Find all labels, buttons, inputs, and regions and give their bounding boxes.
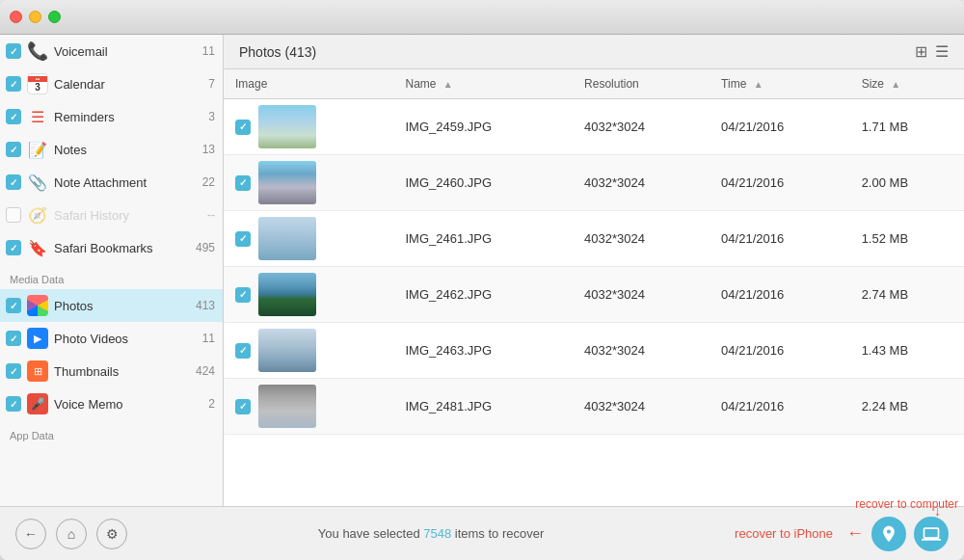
list-view-toggle[interactable]: ☰: [935, 42, 949, 61]
table-row[interactable]: IMG_2481.JPG 4032*3024 04/21/2016 2.24 M…: [224, 379, 964, 435]
image-cell: [224, 155, 393, 211]
footer-status: You have selected 7548 items to recover: [127, 526, 735, 541]
size-cell: 1.43 MB: [850, 323, 964, 379]
titlebar: [0, 0, 964, 35]
row-checkbox[interactable]: [235, 120, 251, 135]
content-title: Photos (413): [239, 44, 316, 60]
notes-checkbox[interactable]: [6, 142, 21, 157]
row-checkbox[interactable]: [235, 343, 251, 359]
row-checkbox[interactable]: [235, 399, 251, 414]
recover-iphone-label[interactable]: recover to iPhone: [735, 526, 833, 541]
table-row[interactable]: IMG_2459.JPG 4032*3024 04/21/2016 1.71 M…: [224, 99, 964, 155]
back-button[interactable]: ←: [15, 519, 46, 549]
reminders-icon: ☰: [27, 106, 48, 127]
image-cell: [224, 323, 393, 379]
home-button[interactable]: ⌂: [56, 519, 87, 549]
main-window: 📞 Voicemail 11 ▪▪ 3 Calendar 7 ☰ Reminde…: [0, 0, 964, 560]
grid-view-toggle[interactable]: ⊞: [915, 42, 927, 61]
sidebar-item-label: Notes: [54, 143, 202, 157]
calendar-checkbox[interactable]: [6, 76, 21, 92]
time-cell: 04/21/2016: [710, 323, 850, 379]
calendar-icon: ▪▪ 3: [27, 73, 48, 94]
minimize-button[interactable]: [29, 11, 41, 23]
table-row[interactable]: IMG_2463.JPG 4032*3024 04/21/2016 1.43 M…: [224, 323, 964, 379]
status-text-prefix: You have selected: [318, 526, 423, 541]
recover-computer-container: recover to computer ↓: [914, 517, 949, 551]
close-button[interactable]: [10, 11, 22, 23]
sidebar-item-count: 3: [208, 110, 215, 123]
sidebar-item-voicememo[interactable]: 🎤 Voice Memo 2: [0, 387, 223, 420]
thumbnails-icon: ⊞: [27, 360, 48, 382]
sidebar-item-label: Safari Bookmarks: [54, 241, 196, 255]
size-cell: 1.71 MB: [850, 99, 964, 155]
voicememo-checkbox[interactable]: [6, 396, 21, 412]
time-cell: 04/21/2016: [710, 267, 850, 323]
sidebar-item-count: 495: [196, 241, 215, 254]
main-content: 📞 Voicemail 11 ▪▪ 3 Calendar 7 ☰ Reminde…: [0, 35, 964, 506]
image-cell: [224, 211, 393, 267]
sidebar: 📞 Voicemail 11 ▪▪ 3 Calendar 7 ☰ Reminde…: [0, 35, 224, 506]
selected-count: 7548: [423, 526, 451, 541]
sidebar-item-safarihistory[interactable]: 🧭 Safari History --: [0, 199, 223, 231]
photos-icon: [27, 295, 48, 316]
noteattachment-checkbox[interactable]: [6, 174, 21, 190]
resolution-cell: 4032*3024: [573, 323, 710, 379]
photos-checkbox[interactable]: [6, 298, 21, 313]
sidebar-item-count: 7: [208, 77, 215, 91]
photo-thumbnail: [258, 273, 316, 316]
settings-button[interactable]: ⚙: [96, 519, 127, 549]
col-time[interactable]: Time ▲: [710, 69, 850, 99]
row-checkbox[interactable]: [235, 175, 251, 191]
photo-thumbnail: [258, 105, 316, 148]
tooltip-arrow-icon: ↓: [934, 503, 941, 519]
recover-computer-label[interactable]: recover to computer: [855, 497, 958, 511]
sidebar-item-safaribookmarks[interactable]: 🔖 Safari Bookmarks 495: [0, 231, 223, 264]
resolution-cell: 4032*3024: [573, 155, 710, 211]
maximize-button[interactable]: [48, 11, 61, 23]
sidebar-item-photos[interactable]: Photos 413: [0, 289, 223, 322]
sidebar-item-reminders[interactable]: ☰ Reminders 3: [0, 100, 223, 133]
row-checkbox[interactable]: [235, 287, 251, 303]
app-data-section-label: App Data: [0, 420, 223, 445]
photo-thumbnail: [258, 161, 316, 204]
table-row[interactable]: IMG_2461.JPG 4032*3024 04/21/2016 1.52 M…: [224, 211, 964, 267]
sidebar-item-label: Photos: [54, 299, 196, 313]
table-row[interactable]: IMG_2460.JPG 4032*3024 04/21/2016 2.00 M…: [224, 155, 964, 211]
sidebar-item-count: 11: [202, 332, 215, 345]
resolution-cell: 4032*3024: [573, 211, 710, 267]
sidebar-item-label: Thumbnails: [54, 364, 196, 379]
voicemail-checkbox[interactable]: [6, 43, 21, 59]
sidebar-item-noteattachment[interactable]: 📎 Note Attachment 22: [0, 166, 223, 199]
recover-iphone-button[interactable]: [871, 517, 906, 551]
photovideos-checkbox[interactable]: [6, 331, 21, 346]
sidebar-item-label: Calendar: [54, 77, 208, 92]
col-name[interactable]: Name ▲: [393, 69, 573, 99]
sidebar-item-calendar[interactable]: ▪▪ 3 Calendar 7: [0, 67, 223, 100]
photovideos-icon: ▶: [27, 328, 48, 349]
table-row[interactable]: IMG_2462.JPG 4032*3024 04/21/2016 2.74 M…: [224, 267, 964, 323]
thumbnails-checkbox[interactable]: [6, 363, 21, 379]
row-checkbox[interactable]: [235, 231, 251, 247]
safaribookmarks-checkbox[interactable]: [6, 240, 21, 255]
notes-icon: 📝: [27, 139, 48, 160]
sidebar-item-notes[interactable]: 📝 Notes 13: [0, 133, 223, 166]
voicememo-icon: 🎤: [27, 393, 48, 414]
size-cell: 2.74 MB: [850, 267, 964, 323]
reminders-checkbox[interactable]: [6, 109, 21, 124]
col-size[interactable]: Size ▲: [850, 69, 964, 99]
sidebar-item-label: Voicemail: [54, 44, 202, 59]
sidebar-item-count: 13: [202, 143, 215, 156]
time-cell: 04/21/2016: [710, 379, 850, 435]
recover-computer-button[interactable]: [914, 517, 949, 551]
sidebar-item-voicemail[interactable]: 📞 Voicemail 11: [0, 35, 223, 67]
sidebar-item-thumbnails[interactable]: ⊞ Thumbnails 424: [0, 355, 223, 387]
col-image: Image: [224, 69, 393, 99]
name-cell: IMG_2460.JPG: [393, 155, 573, 211]
safarihistory-checkbox[interactable]: [6, 207, 21, 223]
name-cell: IMG_2463.JPG: [393, 323, 573, 379]
photo-thumbnail: [258, 217, 316, 260]
sidebar-item-photovideos[interactable]: ▶ Photo Videos 11: [0, 322, 223, 355]
recover-arrow-icon: ←: [846, 523, 864, 544]
name-cell: IMG_2459.JPG: [393, 99, 573, 155]
name-cell: IMG_2461.JPG: [393, 211, 573, 267]
